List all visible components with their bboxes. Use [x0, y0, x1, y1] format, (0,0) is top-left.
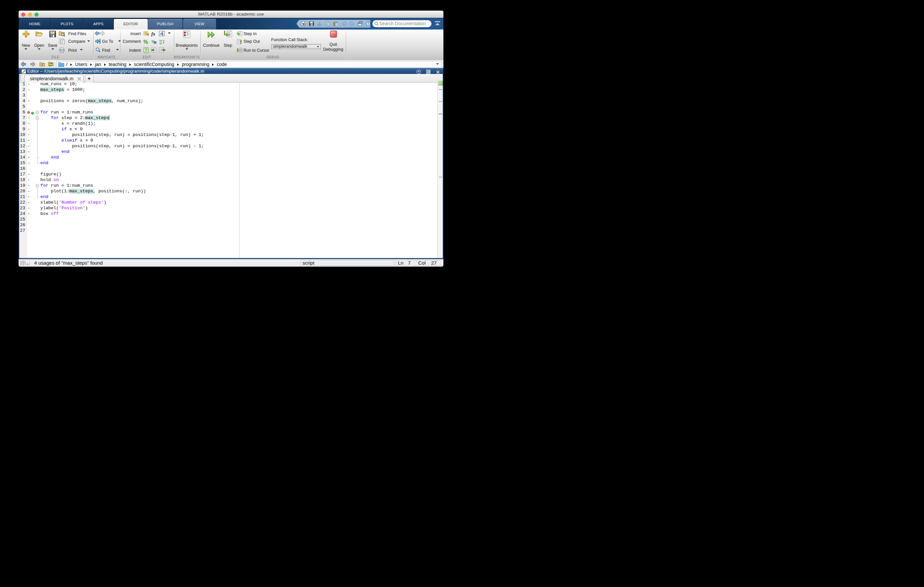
- svg-text:?: ?: [367, 22, 369, 26]
- svg-text:%: %: [159, 41, 162, 44]
- svg-text:%: %: [144, 39, 148, 44]
- svg-text:fx: fx: [151, 31, 155, 36]
- svg-text:fi: fi: [162, 33, 163, 36]
